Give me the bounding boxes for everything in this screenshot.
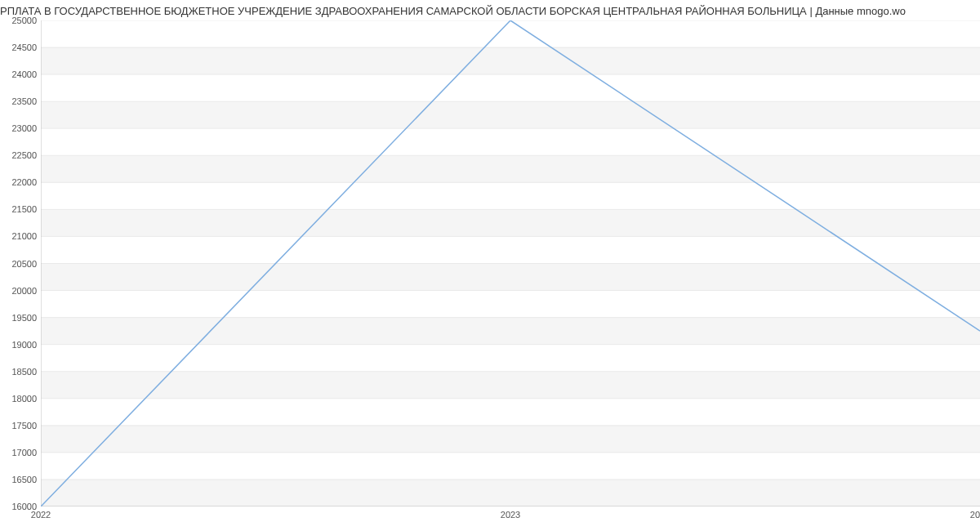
plot-area [41, 20, 980, 506]
svg-rect-8 [41, 47, 980, 74]
y-tick-label: 20000 [4, 286, 37, 296]
chart-svg [41, 20, 980, 506]
y-tick-label: 18500 [4, 367, 37, 377]
chart-title: РПЛАТА В ГОСУДАРСТВЕННОЕ БЮДЖЕТНОЕ УЧРЕЖ… [0, 2, 906, 17]
svg-rect-0 [41, 480, 980, 506]
y-tick-label: 24500 [4, 42, 37, 52]
y-tick-label: 24000 [4, 69, 37, 79]
svg-rect-1 [41, 426, 980, 453]
x-tick-label: 2024 [970, 510, 980, 520]
x-tick-label: 2023 [501, 510, 520, 520]
y-tick-label: 17000 [4, 448, 37, 457]
y-tick-label: 17500 [4, 421, 37, 431]
svg-rect-5 [41, 209, 980, 236]
svg-rect-7 [41, 101, 980, 128]
x-tick-label: 2022 [31, 510, 51, 520]
y-tick-label: 20500 [4, 259, 37, 269]
y-tick-label: 16500 [4, 475, 37, 484]
svg-rect-4 [41, 264, 980, 291]
y-tick-label: 25000 [4, 16, 37, 25]
y-tick-label: 22500 [4, 150, 37, 160]
y-tick-label: 22000 [4, 177, 37, 187]
y-tick-label: 21500 [4, 204, 37, 214]
y-tick-label: 19500 [4, 313, 37, 323]
y-tick-label: 18000 [4, 394, 37, 404]
svg-rect-6 [41, 155, 980, 182]
y-tick-label: 23500 [4, 96, 37, 106]
svg-rect-2 [41, 372, 980, 399]
svg-rect-3 [41, 318, 980, 345]
y-tick-label: 19000 [4, 340, 37, 350]
y-tick-label: 21000 [4, 231, 37, 241]
y-tick-label: 23000 [4, 123, 37, 133]
